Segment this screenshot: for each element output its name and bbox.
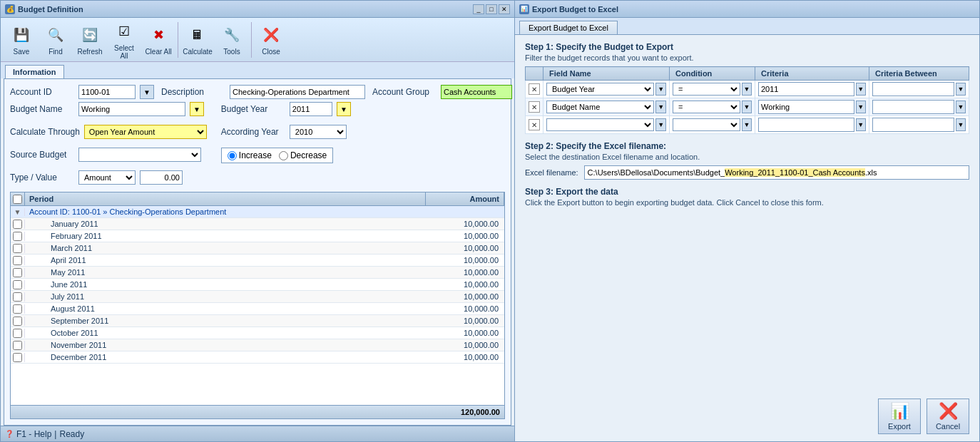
account-group-input[interactable]	[441, 85, 512, 99]
export-budget-window: 📊 Export Budget to Excel Export Budget t…	[515, 0, 980, 442]
increase-radio[interactable]	[228, 151, 237, 160]
table-row: May 2011 10,000.00	[11, 267, 504, 279]
filter-row2-criteria-dropdown[interactable]: ▼	[856, 101, 866, 113]
filter-row3-field-select[interactable]	[546, 118, 654, 131]
tab-information[interactable]: Information	[5, 65, 64, 78]
jun-period: June 2011	[25, 279, 426, 290]
table-row: March 2011 10,000.00	[11, 242, 504, 255]
filter-row2-condition-select[interactable]: =	[673, 101, 740, 113]
export-tab[interactable]: Export Budget to Excel	[519, 21, 618, 34]
select-all-checkbox[interactable]	[13, 195, 22, 204]
filter-row3-condition: ▼	[670, 116, 755, 134]
filter-row2-field-select[interactable]: Budget Name	[546, 101, 654, 113]
budget-year-input[interactable]	[290, 102, 332, 116]
source-budget-select[interactable]	[78, 148, 201, 162]
filter-row1-field-dropdown[interactable]: ▼	[655, 83, 666, 96]
filter-row2-condition-dropdown[interactable]: ▼	[742, 101, 752, 113]
select-all-button[interactable]: ☑ Select All	[108, 17, 141, 63]
filter-row3-field: ▼	[543, 116, 670, 134]
filter-row3-criteria-input[interactable]	[758, 118, 854, 132]
cancel-label: Cancel	[936, 422, 960, 431]
jan-checkbox[interactable]	[13, 220, 22, 229]
filter-row2-between-dropdown[interactable]: ▼	[956, 101, 966, 113]
close-button[interactable]: ✕	[499, 4, 510, 14]
excel-path-display[interactable]: C:\Users\BDellosa\Documents\Budget_Worki…	[584, 165, 969, 180]
decrease-radio[interactable]	[279, 151, 288, 160]
account-id-label: Account ID	[10, 87, 74, 97]
two-column-form: Budget Name ▼ Calculate Through Open Yea…	[10, 102, 505, 189]
left-window-title: Budget Definition	[18, 5, 83, 14]
filter-row1-field-select[interactable]: Budget Year	[546, 83, 654, 96]
apr-checkbox[interactable]	[13, 256, 22, 265]
jul-amount: 10,000.00	[426, 291, 504, 302]
aug-checkbox[interactable]	[13, 304, 22, 314]
filter-row1-x-btn[interactable]: ✕	[529, 83, 540, 95]
find-button[interactable]: 🔍 Find	[39, 21, 72, 58]
nov-checkbox[interactable]	[13, 341, 22, 350]
filter-row3-condition-dropdown[interactable]: ▼	[742, 118, 752, 131]
filter-row3-between-dropdown[interactable]: ▼	[956, 118, 966, 131]
filter-row1-between: ▼	[869, 81, 969, 98]
sep-checkbox[interactable]	[13, 317, 22, 326]
filter-row3-x-btn[interactable]: ✕	[529, 119, 540, 130]
jan-period: January 2011	[25, 218, 426, 230]
step2-title: Step 2: Specify the Excel filename:	[525, 141, 969, 151]
refresh-icon: 🔄	[78, 24, 101, 46]
type-select[interactable]: Amount	[78, 170, 136, 185]
clear-all-button[interactable]: ✖ Clear All	[142, 21, 175, 58]
right-content: Step 1: Specify the Budget to Export Fil…	[515, 35, 979, 441]
description-label: Description	[161, 87, 225, 97]
maximize-button[interactable]: □	[486, 4, 497, 14]
account-id-input[interactable]	[78, 85, 136, 99]
toolbar-separator-1	[178, 22, 178, 58]
may-checkbox[interactable]	[13, 268, 22, 277]
mar-period: March 2011	[25, 242, 426, 254]
grid-footer: 120,000.00	[11, 405, 504, 418]
account-id-dropdown[interactable]: ▼	[140, 85, 154, 99]
minimize-button[interactable]: _	[473, 4, 484, 14]
save-button[interactable]: 💾 Save	[5, 21, 38, 58]
filter-row3-between-input[interactable]	[872, 118, 954, 132]
mar-checkbox[interactable]	[13, 244, 22, 253]
jul-checkbox[interactable]	[13, 292, 22, 302]
oct-checkbox[interactable]	[13, 329, 22, 338]
type-value-input[interactable]	[140, 170, 183, 185]
close-toolbar-button[interactable]: ❌ Close	[255, 21, 287, 58]
excel-filename-label: Excel filename:	[525, 168, 578, 177]
filter-row2-between-input[interactable]	[872, 100, 954, 114]
grid-body[interactable]: ▼ Account ID: 1100-01 » Checking-Operati…	[11, 206, 504, 405]
filter-row2-x-btn[interactable]: ✕	[529, 101, 540, 113]
calculate-button[interactable]: 🖩 Calculate	[181, 21, 214, 58]
export-icon: 📊	[890, 402, 909, 421]
refresh-button[interactable]: 🔄 Refresh	[73, 21, 106, 58]
budget-year-dropdown[interactable]: ▼	[337, 102, 351, 116]
filter-row2-criteria-input[interactable]	[758, 100, 854, 114]
filter-row3-criteria: ▼	[755, 116, 869, 134]
budget-name-dropdown[interactable]: ▼	[190, 102, 204, 116]
export-button[interactable]: 📊 Export	[878, 399, 921, 434]
filter-row1-criteria-dropdown[interactable]: ▼	[856, 83, 866, 96]
cancel-button[interactable]: ❌ Cancel	[927, 399, 969, 434]
tools-button[interactable]: 🔧 Tools	[215, 21, 248, 58]
filter-row1-criteria-input[interactable]	[758, 82, 854, 96]
jun-amount: 10,000.00	[426, 279, 504, 290]
jun-checkbox[interactable]	[13, 280, 22, 289]
filter-row2-field-dropdown[interactable]: ▼	[655, 101, 666, 113]
tab-bar: Information	[1, 62, 514, 78]
description-input[interactable]	[230, 85, 365, 99]
filter-row2-condition: = ▼	[670, 98, 755, 116]
feb-checkbox[interactable]	[13, 232, 22, 241]
budget-name-input[interactable]	[78, 102, 185, 116]
calculate-through-select[interactable]: Open Year Amount	[84, 125, 207, 139]
filter-row3-condition-select[interactable]	[673, 118, 740, 131]
filter-row1-condition-dropdown[interactable]: ▼	[742, 83, 752, 96]
according-year-select[interactable]: 2010	[290, 125, 347, 139]
filter-row1-condition-select[interactable]: =	[673, 83, 740, 96]
filter-row1-between-input[interactable]	[872, 82, 954, 96]
filter-row3-criteria-dropdown[interactable]: ▼	[856, 118, 866, 131]
dec-period: December 2011	[25, 351, 426, 363]
filter-row3-field-dropdown[interactable]: ▼	[655, 118, 666, 131]
filter-row2-between: ▼	[869, 98, 969, 116]
filter-row1-between-dropdown[interactable]: ▼	[956, 83, 966, 96]
dec-checkbox[interactable]	[13, 353, 22, 362]
